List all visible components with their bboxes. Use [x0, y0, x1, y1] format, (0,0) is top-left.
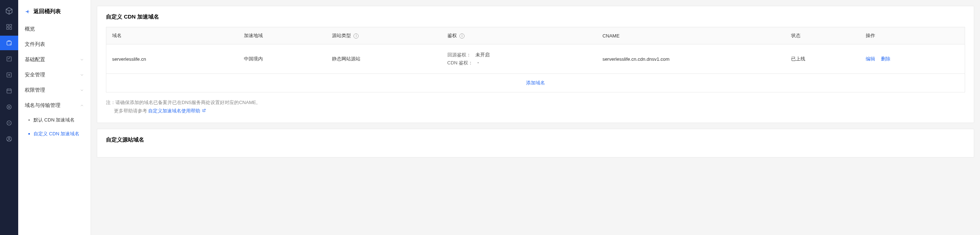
th-cname: CNAME — [597, 27, 786, 44]
note-block: 注：请确保添加的域名已备案并已在DNS服务商处设置好对应的CNAME。 更多帮助… — [106, 98, 965, 115]
cell-auth: 回源鉴权： 未开启 CDN 鉴权： - — [442, 44, 597, 74]
back-arrow-icon — [25, 9, 30, 14]
svg-rect-1 — [10, 24, 12, 26]
nav-calendar-icon[interactable] — [0, 84, 18, 98]
th-action: 操作 — [860, 27, 965, 44]
nav-rail — [0, 0, 18, 235]
panel-custom-origin: 自定义源站域名 — [97, 129, 974, 157]
cell-domain: serverlesslife.cn — [106, 44, 238, 74]
auth-origin-key: 回源鉴权： — [447, 52, 471, 58]
nav-dashboard-icon[interactable] — [0, 20, 18, 34]
sidebar: 返回桶列表 概览 文件列表 基础配置 安全管理 权限管理 域名与传输管理 — [18, 0, 91, 235]
th-domain: 域名 — [106, 27, 238, 44]
svg-rect-8 — [7, 89, 11, 93]
sidebar-item-overview[interactable]: 概览 — [18, 21, 91, 37]
sidebar-item-files[interactable]: 文件列表 — [18, 37, 91, 52]
th-region: 加速地域 — [238, 27, 326, 44]
note-line2a: 更多帮助请参考 — [114, 108, 148, 113]
bullet-icon — [29, 133, 30, 135]
add-domain-row: 添加域名 — [106, 74, 965, 92]
chevron-down-icon — [80, 73, 84, 77]
nav-target-icon[interactable] — [0, 100, 18, 114]
panel-custom-cdn: 自定义 CDN 加速域名 域名 加速地域 源站类型 i 鉴权 i — [97, 6, 974, 123]
sidebar-item-domain[interactable]: 域名与传输管理 — [18, 98, 91, 113]
svg-point-10 — [8, 106, 10, 108]
nav-settings-icon[interactable] — [0, 116, 18, 130]
cell-region: 中国境内 — [238, 44, 326, 74]
help-link[interactable]: 自定义加速域名使用帮助 — [148, 108, 206, 113]
nav-task-icon[interactable] — [0, 52, 18, 66]
back-to-bucket-list[interactable]: 返回桶列表 — [18, 6, 91, 21]
delete-link[interactable]: 删除 — [881, 56, 891, 62]
svg-rect-3 — [10, 28, 12, 29]
svg-point-5 — [10, 44, 11, 44]
sidebar-sub-label: 自定义 CDN 加速域名 — [33, 130, 80, 137]
cdn-domain-table: 域名 加速地域 源站类型 i 鉴权 i CNAME 状态 操作 — [106, 27, 965, 92]
sidebar-item-security[interactable]: 安全管理 — [18, 67, 91, 83]
nav-bucket-icon[interactable] — [0, 36, 18, 50]
sidebar-sub-label: 默认 CDN 加速域名 — [33, 117, 75, 123]
svg-rect-0 — [6, 24, 8, 26]
sidebar-item-basic-config[interactable]: 基础配置 — [18, 52, 91, 67]
sidebar-item-permission[interactable]: 权限管理 — [18, 83, 91, 98]
panel-title: 自定义 CDN 加速域名 — [106, 13, 965, 21]
note-prefix: 注： — [106, 100, 115, 105]
edit-link[interactable]: 编辑 — [866, 56, 875, 62]
chevron-up-icon — [80, 103, 84, 108]
cell-status: 已上线 — [785, 44, 860, 74]
chevron-down-icon — [80, 57, 84, 62]
svg-rect-4 — [7, 41, 11, 46]
auth-cdn-val: - — [477, 60, 479, 66]
sidebar-label: 安全管理 — [25, 71, 45, 78]
external-link-icon — [202, 107, 206, 111]
svg-rect-6 — [7, 57, 11, 61]
back-label: 返回桶列表 — [33, 8, 61, 15]
info-icon[interactable]: i — [460, 33, 465, 38]
nav-download-icon[interactable] — [0, 68, 18, 82]
th-status: 状态 — [785, 27, 860, 44]
cell-cname: serverlesslife.cn.cdn.dnsv1.com — [597, 44, 786, 74]
main-content: 自定义 CDN 加速域名 域名 加速地域 源站类型 i 鉴权 i — [91, 0, 980, 235]
sidebar-label: 权限管理 — [25, 87, 45, 94]
svg-point-13 — [8, 138, 10, 139]
bullet-icon — [29, 119, 30, 121]
auth-origin-val: 未开启 — [476, 52, 490, 58]
note-line1: 请确保添加的域名已备案并已在DNS服务商处设置好对应的CNAME。 — [115, 100, 261, 105]
svg-point-9 — [7, 105, 11, 109]
add-domain-button[interactable]: 添加域名 — [526, 80, 545, 86]
panel-title: 自定义源站域名 — [106, 137, 965, 143]
cell-action: 编辑 删除 — [860, 44, 965, 74]
nav-logo[interactable] — [0, 4, 18, 18]
sidebar-label: 文件列表 — [25, 41, 45, 48]
svg-rect-2 — [6, 28, 8, 29]
sidebar-label: 域名与传输管理 — [25, 102, 60, 109]
cell-origin-type: 静态网站源站 — [326, 44, 442, 74]
th-origin-type: 源站类型 i — [326, 27, 442, 44]
sidebar-label: 基础配置 — [25, 56, 45, 63]
th-auth: 鉴权 i — [442, 27, 597, 44]
info-icon[interactable]: i — [353, 33, 359, 38]
sidebar-label: 概览 — [25, 26, 35, 32]
table-row: serverlesslife.cn 中国境内 静态网站源站 回源鉴权： 未开启 … — [106, 44, 965, 74]
sidebar-sub-default-cdn[interactable]: 默认 CDN 加速域名 — [18, 113, 91, 127]
chevron-down-icon — [80, 88, 84, 92]
sidebar-sub-custom-cdn[interactable]: 自定义 CDN 加速域名 — [18, 127, 91, 141]
auth-cdn-key: CDN 鉴权： — [447, 60, 473, 66]
nav-user-icon[interactable] — [0, 132, 18, 146]
